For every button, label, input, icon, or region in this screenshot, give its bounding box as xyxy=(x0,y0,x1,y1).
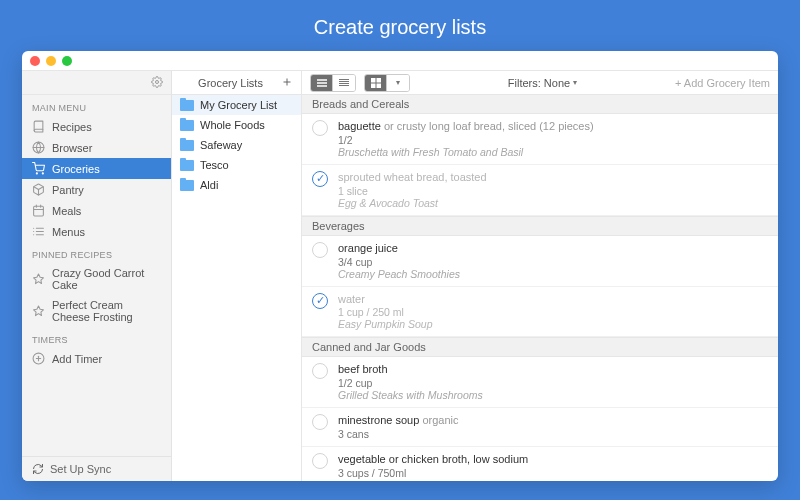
grocery-items-column: ▾ Filters: None ▾ + Add Grocery Item Bre… xyxy=(302,71,778,481)
sidebar-item-menus[interactable]: Menus xyxy=(22,221,171,242)
svg-rect-29 xyxy=(377,78,381,82)
globe-icon xyxy=(32,141,45,154)
category-header: Canned and Jar Goods xyxy=(302,337,778,357)
sidebar-item-add-timer[interactable]: Add Timer xyxy=(22,348,171,369)
folder-icon xyxy=(180,180,194,191)
zoom-window-button[interactable] xyxy=(62,56,72,66)
cal-icon xyxy=(32,204,45,217)
add-grocery-item-button[interactable]: + Add Grocery Item xyxy=(675,77,770,89)
grocery-item-name: minestrone soup organic xyxy=(338,413,768,428)
svg-rect-30 xyxy=(371,84,375,88)
svg-point-0 xyxy=(156,80,159,83)
grocery-item[interactable]: baguette or crusty long loaf bread, slic… xyxy=(302,114,778,165)
grocery-item[interactable]: orange juice3/4 cupCreamy Peach Smoothie… xyxy=(302,236,778,287)
sidebar-item-label: Crazy Good Carrot Cake xyxy=(52,267,161,291)
setup-sync-button[interactable]: Set Up Sync xyxy=(22,456,171,481)
folder-icon xyxy=(180,140,194,151)
sidebar-item-groceries[interactable]: Groceries xyxy=(22,158,171,179)
sidebar-item-label: Recipes xyxy=(52,121,92,133)
sidebar-item-label: Add Timer xyxy=(52,353,102,365)
app-window: MAIN MENURecipesBrowserGroceriesPantryMe… xyxy=(22,51,778,481)
sidebar-item-label: Meals xyxy=(52,205,81,217)
grocery-list-aldi[interactable]: Aldi xyxy=(172,175,301,195)
grocery-item[interactable]: water1 cup / 250 mlEasy Pumpkin Soup xyxy=(302,287,778,338)
folder-icon xyxy=(180,120,194,131)
grocery-item-name: water xyxy=(338,292,768,307)
sidebar-item-browser[interactable]: Browser xyxy=(22,137,171,158)
setup-sync-label: Set Up Sync xyxy=(50,463,111,475)
grocery-item-checkbox[interactable] xyxy=(312,120,328,136)
sidebar-section-label: TIMERS xyxy=(22,327,171,348)
grocery-list-label: Whole Foods xyxy=(200,119,265,131)
grocery-item[interactable]: sprouted wheat bread, toasted1 sliceEgg … xyxy=(302,165,778,216)
folder-icon xyxy=(180,100,194,111)
grocery-item-recipe: Bruschetta with Fresh Tomato and Basil xyxy=(338,146,768,158)
view-list-button[interactable] xyxy=(311,75,333,91)
grocery-list-whole-foods[interactable]: Whole Foods xyxy=(172,115,301,135)
svg-point-3 xyxy=(36,173,37,174)
grocery-item-checkbox[interactable] xyxy=(312,453,328,469)
view-compact-button[interactable] xyxy=(333,75,355,91)
grocery-item-checkbox[interactable] xyxy=(312,293,328,309)
grocery-item-name: sprouted wheat bread, toasted xyxy=(338,170,768,185)
grocery-item-checkbox[interactable] xyxy=(312,242,328,258)
pin-icon xyxy=(32,305,45,318)
sidebar-item-crazy-good-carrot-cake[interactable]: Crazy Good Carrot Cake xyxy=(22,263,171,295)
grocery-items-scroll[interactable]: Breads and Cerealsbaguette or crusty lon… xyxy=(302,95,778,481)
grocery-list-label: Tesco xyxy=(200,159,229,171)
settings-gear-icon[interactable] xyxy=(151,76,163,90)
grocery-item-quantity: 1/2 cup xyxy=(338,377,768,389)
chevron-down-icon: ▾ xyxy=(573,78,577,87)
minimize-window-button[interactable] xyxy=(46,56,56,66)
hero-title: Create grocery lists xyxy=(314,16,486,39)
layout-dropdown-button[interactable]: ▾ xyxy=(387,75,409,91)
book-icon xyxy=(32,120,45,133)
layout-grid-button[interactable] xyxy=(365,75,387,91)
grocery-item-recipe: Easy Pumpkin Soup xyxy=(338,479,768,481)
grocery-item-quantity: 1 slice xyxy=(338,185,768,197)
sidebar-item-label: Pantry xyxy=(52,184,84,196)
grocery-item[interactable]: minestrone soup organic3 cans xyxy=(302,408,778,447)
add-list-button[interactable] xyxy=(281,76,293,90)
grocery-item-checkbox[interactable] xyxy=(312,171,328,187)
items-toolbar: ▾ Filters: None ▾ + Add Grocery Item xyxy=(302,71,778,95)
grocery-item-recipe: Grilled Steaks with Mushrooms xyxy=(338,389,768,401)
grocery-list-label: Aldi xyxy=(200,179,218,191)
sidebar-section-label: PINNED RECIPES xyxy=(22,242,171,263)
grocery-item-checkbox[interactable] xyxy=(312,363,328,379)
grocery-item-checkbox[interactable] xyxy=(312,414,328,430)
sidebar-item-label: Groceries xyxy=(52,163,100,175)
sidebar-item-perfect-cream-cheese-frosting[interactable]: Perfect Cream Cheese Frosting xyxy=(22,295,171,327)
grocery-item-name: vegetable or chicken broth, low sodium xyxy=(338,452,768,467)
folder-icon xyxy=(180,160,194,171)
sidebar-item-recipes[interactable]: Recipes xyxy=(22,116,171,137)
grocery-item-recipe: Egg & Avocado Toast xyxy=(338,197,768,209)
svg-point-4 xyxy=(42,173,43,174)
filters-button[interactable]: Filters: None ▾ xyxy=(508,77,577,89)
sidebar-item-meals[interactable]: Meals xyxy=(22,200,171,221)
close-window-button[interactable] xyxy=(30,56,40,66)
grocery-item[interactable]: beef broth1/2 cupGrilled Steaks with Mus… xyxy=(302,357,778,408)
sync-icon xyxy=(32,463,44,475)
box-icon xyxy=(32,183,45,196)
filters-label: Filters: None xyxy=(508,77,570,89)
pin-icon xyxy=(32,273,45,286)
grocery-item-quantity: 1 cup / 250 ml xyxy=(338,306,768,318)
svg-rect-6 xyxy=(34,206,44,216)
sidebar-item-pantry[interactable]: Pantry xyxy=(22,179,171,200)
grocery-item[interactable]: vegetable or chicken broth, low sodium3 … xyxy=(302,447,778,481)
sidebar-item-label: Browser xyxy=(52,142,92,154)
sidebar-section-label: MAIN MENU xyxy=(22,95,171,116)
sidebar-item-label: Menus xyxy=(52,226,85,238)
grocery-list-label: Safeway xyxy=(200,139,242,151)
grocery-list-my-grocery-list[interactable]: My Grocery List xyxy=(172,95,301,115)
window-titlebar xyxy=(22,51,778,71)
grocery-list-tesco[interactable]: Tesco xyxy=(172,155,301,175)
category-header: Beverages xyxy=(302,216,778,236)
grocery-item-quantity: 3 cans xyxy=(338,428,768,440)
grocery-list-safeway[interactable]: Safeway xyxy=(172,135,301,155)
svg-rect-31 xyxy=(377,84,381,88)
layout-mode-segmented: ▾ xyxy=(364,74,410,92)
grocery-item-quantity: 3/4 cup xyxy=(338,256,768,268)
sidebar: MAIN MENURecipesBrowserGroceriesPantryMe… xyxy=(22,71,172,481)
